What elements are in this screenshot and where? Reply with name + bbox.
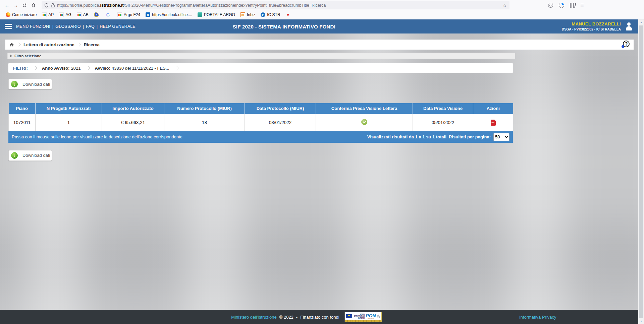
pon-wordmark: PON 2014-2020	[366, 313, 376, 319]
bookmark-label: AB	[83, 12, 89, 17]
menu-funzioni-link[interactable]: MENÙ FUNZIONI	[16, 24, 50, 29]
breadcrumb-chevron-icon	[17, 43, 20, 46]
bookmark-argo-f24[interactable]: Argo F24	[115, 12, 143, 18]
table-footer-bar: Passa con il mouse sulle icone per visua…	[8, 131, 513, 143]
argo-favicon	[117, 12, 122, 17]
help-generale-link[interactable]: HELP GENERALE	[100, 24, 136, 29]
browser-toolbar: ← → https://nuofse.pubblica.istruzione.i…	[0, 0, 644, 10]
table-row: 1072011 1 € 65.663,21 18 03/01/2022 05/0…	[9, 114, 513, 131]
pocket-icon[interactable]	[548, 3, 553, 8]
bookmark-ic-str[interactable]: PIC STR	[258, 12, 282, 18]
bookmark-heart[interactable]: ♥	[283, 12, 294, 18]
download-dati-button-bottom[interactable]: ↓ Download dati	[8, 150, 52, 161]
url-bar[interactable]: https://nuofse.pubblica.istruzione.it/SI…	[42, 1, 509, 9]
bookmark-label: PORTALE ARGO	[204, 12, 235, 17]
help-icon[interactable]: ?	[622, 41, 630, 49]
user-details: DSGA - PVIC822002 - IC STRADELLA	[562, 27, 621, 32]
footer-financed: Finanziato con fondi	[300, 315, 339, 320]
bookmark-label: https://outlook.office....	[152, 12, 192, 17]
app-header: MENÙ FUNZIONI | GLOSSARIO | FAQ | HELP G…	[0, 19, 638, 34]
download-icon: ↓	[11, 81, 18, 87]
bookmark-label: AG	[65, 12, 71, 17]
bookmark-inbiz[interactable]: mInbiz	[238, 12, 258, 18]
download-icon: ↓	[11, 152, 18, 159]
outlook-icon: o	[146, 12, 150, 17]
vertical-scrollbar[interactable]: ▲ ▼	[638, 19, 644, 324]
col-conferma-presa-visione: Conferma Presa Visione Lettera	[316, 103, 413, 114]
table-hint: Passa con il mouse sulle icone per visua…	[12, 134, 182, 139]
footer-copyright: © 2022	[279, 315, 293, 320]
scroll-down-icon[interactable]: ▼	[638, 318, 644, 324]
browser-chrome: ← → https://nuofse.pubblica.istruzione.i…	[0, 0, 644, 19]
cell-azioni: PDF	[473, 114, 513, 131]
lock-icon[interactable]	[51, 3, 55, 7]
reload-icon[interactable]	[20, 1, 29, 9]
filtro-selezione-toggle[interactable]: Filtro selezione	[7, 53, 515, 59]
scroll-up-icon[interactable]: ▲	[638, 19, 644, 25]
cell-conferma	[316, 114, 413, 131]
download-dati-button[interactable]: ↓ Download dati	[8, 79, 52, 89]
pagination: Visualizzati risultati da 1 a 1 su 1 tot…	[367, 133, 509, 141]
italy-emblem-icon	[377, 315, 380, 318]
breadcrumb-home-icon[interactable]	[9, 42, 14, 47]
filter-anno-avviso: Anno Avviso:2021	[42, 66, 81, 71]
faq-link[interactable]: FAQ	[86, 24, 95, 29]
bookmark-outlook[interactable]: ohttps://outlook.office....	[143, 12, 195, 18]
col-n-progetti: N Progetti Autorizzati	[36, 103, 102, 114]
filter-chevron-icon	[174, 66, 179, 70]
pdf-icon[interactable]: PDF	[491, 120, 496, 126]
header-menu: MENÙ FUNZIONI | GLOSSARIO | FAQ | HELP G…	[16, 19, 136, 34]
bookmark-emblem[interactable]	[92, 12, 103, 18]
breadcrumb: Lettera di autorizzazione Ricerca ?	[5, 40, 634, 50]
filtri-label: FILTRI:	[13, 66, 28, 71]
bookmark-ap[interactable]: AP	[40, 12, 56, 18]
per-page-select[interactable]: 50	[493, 133, 509, 141]
bookmark-portale-argo[interactable]: PORTALE ARGO	[195, 12, 237, 18]
scrollbar-thumb[interactable]	[639, 25, 643, 318]
argo-favicon	[77, 12, 82, 17]
cell-importo: € 65.663,21	[102, 114, 164, 131]
app-footer: Ministero dell'Istruzione © 2022 - Finan…	[0, 310, 638, 324]
browser-menu-icon[interactable]: ≡	[580, 3, 584, 8]
col-data-presa-visione: Data Presa Visione	[413, 103, 473, 114]
breadcrumb-lettera-di-autorizzazione[interactable]: Lettera di autorizzazione	[23, 42, 74, 47]
icstr-icon: P	[261, 12, 265, 17]
filter-chevron-icon	[85, 66, 90, 70]
bookmark-ab[interactable]: AB	[74, 12, 91, 18]
footer-dash: -	[296, 315, 298, 320]
ministero-link[interactable]: Ministero dell'Istruzione	[231, 315, 276, 320]
informativa-privacy-link[interactable]: Informativa Privacy	[519, 315, 556, 320]
results-table: Piano N Progetti Autorizzati Importo Aut…	[8, 103, 513, 143]
bookmark-google[interactable]: G	[103, 12, 114, 18]
fse-text: FONDI STRUTTURALI EUROPEI	[353, 314, 365, 319]
menu-separator: |	[83, 24, 84, 29]
forward-icon[interactable]: →	[11, 1, 20, 9]
menu-separator: |	[52, 24, 53, 29]
col-piano: Piano	[9, 103, 36, 114]
pagination-text: Visualizzati risultati da 1 a 1 su 1 tot…	[367, 134, 491, 139]
home-icon[interactable]	[29, 1, 38, 9]
bookmark-ag[interactable]: AG	[57, 12, 73, 18]
bookmark-come-iniziare[interactable]: Come iniziare	[3, 12, 39, 18]
heart-icon: ♥	[286, 12, 290, 17]
bookmark-label: AP	[48, 12, 54, 17]
glossario-link[interactable]: GLOSSARIO	[55, 24, 80, 29]
cell-numero-protocollo: 18	[164, 114, 245, 131]
col-data-protocollo: Data Protocollo (MIUR)	[245, 103, 316, 114]
table-header-row: Piano N Progetti Autorizzati Importo Aut…	[9, 103, 513, 114]
filter-avviso: Avviso:43830 del 11/11/2021 - FES...	[95, 66, 169, 71]
shield-icon[interactable]	[44, 3, 49, 8]
bookmark-star-icon[interactable]: ☆	[502, 3, 507, 8]
profile-icon[interactable]	[559, 3, 564, 8]
hamburger-menu-icon[interactable]	[5, 24, 12, 29]
argo-favicon	[42, 12, 47, 17]
back-icon[interactable]: ←	[3, 1, 11, 9]
breadcrumb-ricerca: Ricerca	[84, 42, 100, 47]
app-title: SIF 2020 - SISTEMA INFORMATIVO FONDI	[233, 19, 335, 34]
library-icon[interactable]	[570, 3, 575, 8]
user-avatar-icon[interactable]	[624, 22, 634, 31]
download-label: Download dati	[22, 82, 50, 87]
bookmark-label: Argo F24	[124, 12, 140, 17]
col-numero-protocollo: Numero Protocollo (MIUR)	[164, 103, 245, 114]
cell-data-protocollo: 03/01/2022	[245, 114, 316, 131]
